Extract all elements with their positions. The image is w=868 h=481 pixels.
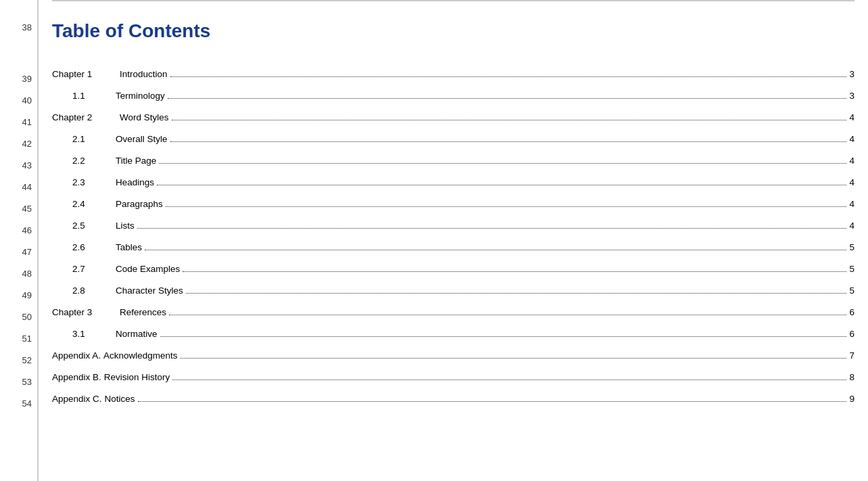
toc-dots	[166, 206, 847, 207]
toc-entry: 1.1Terminology3	[52, 91, 854, 112]
line-number-49: 49	[0, 284, 32, 306]
toc-dots	[137, 228, 847, 229]
toc-entry: 2.2Title Page4	[52, 156, 854, 177]
toc-dots	[159, 163, 846, 164]
toc-entry: Appendix A.Acknowledgments7	[52, 350, 854, 372]
toc-page-number: 5	[849, 285, 854, 296]
toc-dots	[186, 293, 847, 294]
toc-dots	[160, 336, 847, 337]
toc-dots	[145, 250, 846, 250]
toc-label: 1.1	[52, 91, 113, 101]
toc-label: Chapter 2	[52, 112, 113, 122]
toc-item-title: Acknowledgments	[101, 350, 178, 361]
toc-item-title: Character Styles	[113, 285, 183, 296]
toc-item-title: Paragraphs	[113, 199, 163, 209]
toc-dots	[170, 76, 847, 77]
toc-page-number: 4	[849, 134, 854, 144]
toc-entry: 2.3Headings4	[52, 177, 854, 199]
line-number-45: 45	[0, 198, 32, 219]
toc-item-title: Revision History	[101, 372, 170, 382]
toc-dots	[172, 380, 846, 380]
toc-entry: Chapter 3References6	[52, 307, 854, 329]
toc-label: Appendix C.	[52, 394, 102, 404]
toc-item-title: Headings	[113, 177, 154, 187]
toc-label: 2.8	[52, 285, 113, 296]
toc-label: 2.2	[52, 156, 113, 166]
content-area: Table of Contents Chapter 1Introduction3…	[37, 0, 868, 481]
toc-label: 2.7	[52, 264, 113, 274]
toc-label: 2.4	[52, 199, 113, 209]
toc-dots	[183, 271, 846, 272]
toc-page-number: 4	[849, 177, 854, 187]
toc-item-title: Lists	[113, 221, 135, 231]
line-number-54: 54	[0, 392, 32, 414]
toc-page-number: 3	[849, 91, 854, 101]
toc-label: Appendix B.	[52, 372, 101, 382]
toc-page-number: 4	[849, 221, 854, 231]
line-numbers-column: 38 39404142434445464748495051525354	[0, 0, 37, 481]
toc-entry: 2.1Overall Style4	[52, 134, 854, 156]
toc-entry: Chapter 1Introduction3	[52, 69, 854, 91]
toc-entries: Chapter 1Introduction31.1Terminology3Cha…	[52, 69, 854, 415]
toc-entry: 2.6Tables5	[52, 242, 854, 264]
toc-label: 2.3	[52, 177, 113, 187]
toc-entry: Chapter 2Word Styles4	[52, 112, 854, 134]
toc-item-title: Notices	[102, 394, 135, 404]
toc-item-title: Word Styles	[113, 112, 169, 122]
line-number-44: 44	[0, 176, 32, 198]
toc-page-number: 9	[849, 394, 854, 404]
toc-label: 2.1	[52, 134, 113, 144]
toc-page-number: 6	[849, 307, 854, 317]
toc-entry: 2.5Lists4	[52, 221, 854, 242]
toc-entry: 3.1Normative6	[52, 329, 854, 350]
toc-page-number: 8	[849, 372, 854, 382]
toc-entry: 2.7Code Examples5	[52, 264, 854, 285]
title-row: Table of Contents	[52, 1, 854, 55]
toc-dots	[170, 141, 847, 142]
toc-item-title: Code Examples	[113, 264, 180, 274]
line-number-39: 39	[0, 68, 32, 89]
toc-label: Chapter 3	[52, 307, 113, 317]
toc-entry: 2.8Character Styles5	[52, 285, 854, 307]
toc-page-number: 4	[849, 156, 854, 166]
toc-item-title: Tables	[113, 242, 142, 252]
line-number-50: 50	[0, 306, 32, 327]
toc-dots	[168, 98, 847, 99]
toc-item-title: Introduction	[113, 69, 168, 79]
page-title: Table of Contents	[52, 20, 210, 42]
toc-entry: Appendix B.Revision History8	[52, 372, 854, 394]
toc-entry: 2.4Paragraphs4	[52, 199, 854, 221]
line-number-title: 38	[0, 0, 32, 54]
line-number-43: 43	[0, 154, 32, 176]
line-number-40: 40	[0, 89, 32, 111]
toc-item-title: Normative	[113, 329, 158, 339]
toc-item-title: References	[113, 307, 166, 317]
toc-entry: Appendix C.Notices9	[52, 394, 854, 415]
line-number-53: 53	[0, 371, 32, 392]
line-number-52: 52	[0, 349, 32, 371]
line-number-47: 47	[0, 241, 32, 262]
toc-page-number: 3	[849, 69, 854, 79]
toc-label: Chapter 1	[52, 69, 113, 79]
line-number-48: 48	[0, 262, 32, 284]
toc-page-number: 6	[849, 329, 854, 339]
toc-page-number: 4	[849, 199, 854, 209]
line-number-41: 41	[0, 111, 32, 133]
line-number-51: 51	[0, 327, 32, 349]
toc-page-number: 5	[849, 264, 854, 274]
toc-label: 3.1	[52, 329, 113, 339]
toc-dots	[157, 185, 846, 185]
toc-item-title: Terminology	[113, 91, 165, 101]
toc-page-number: 5	[849, 242, 854, 252]
toc-dots	[169, 315, 846, 315]
toc-label: 2.5	[52, 221, 113, 231]
toc-item-title: Title Page	[113, 156, 156, 166]
line-number-46: 46	[0, 219, 32, 241]
line-number-42: 42	[0, 133, 32, 154]
toc-label: 2.6	[52, 242, 113, 252]
toc-page-number: 4	[849, 112, 854, 122]
toc-page-number: 7	[849, 350, 854, 361]
toc-dots	[138, 401, 847, 402]
toc-dots	[180, 358, 847, 359]
toc-label: Appendix A.	[52, 350, 101, 361]
